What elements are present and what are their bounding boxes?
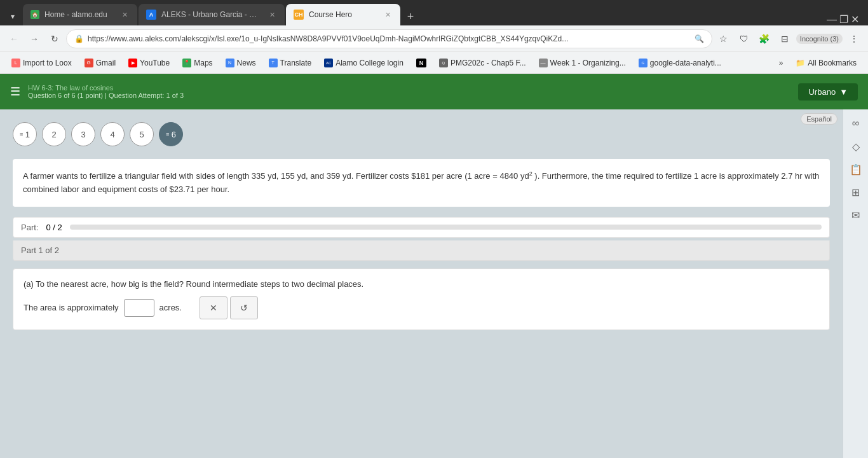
refresh-button[interactable]: ↺ bbox=[230, 296, 258, 319]
extensions-button[interactable]: 🧩 bbox=[756, 30, 773, 48]
aleks-content: ≡ 1 2 3 4 5 ≡ 6 A farmer wants to fertil… bbox=[0, 109, 868, 458]
question-nav-3[interactable]: 3 bbox=[71, 122, 95, 146]
part-label: Part: bbox=[21, 223, 38, 232]
bookmark-label-week: Week 1 - Organizing... bbox=[550, 59, 626, 67]
bookmark-news[interactable]: N News bbox=[220, 56, 261, 70]
question-nav: ≡ 1 2 3 4 5 ≡ 6 bbox=[13, 122, 830, 146]
part-progress: Part: 0 / 2 bbox=[13, 217, 830, 238]
bookmark-favicon-translate: T bbox=[269, 59, 278, 67]
aleks-user-label: Urbano bbox=[808, 87, 836, 97]
aleks-app: ☰ HW 6-3: The law of cosines Question 6 … bbox=[0, 74, 868, 458]
bookmark-favicon-week: — bbox=[539, 59, 548, 67]
bookmarks-folder-label: All Bookmarks bbox=[808, 59, 857, 67]
question-nav-1[interactable]: ≡ 1 bbox=[13, 122, 37, 146]
bookmark-week[interactable]: — Week 1 - Organizing... bbox=[534, 56, 631, 70]
tab-title-home: Home - alamo.edu bbox=[44, 10, 114, 19]
tab-home[interactable]: 🏠 Home - alamo.edu ✕ bbox=[23, 4, 137, 25]
answer-row: The area is approximately acres. ✕ ↺ bbox=[24, 296, 819, 319]
aleks-hw-title: HW 6-3: The law of cosines bbox=[28, 84, 798, 92]
bookmark-favicon-news: N bbox=[226, 59, 234, 67]
bookmark-label-translate: Translate bbox=[280, 59, 312, 67]
tab-bar: ▾ 🏠 Home - alamo.edu ✕ A ALEKS - Urbano … bbox=[0, 0, 868, 25]
espanol-button[interactable]: Español bbox=[801, 113, 837, 125]
answer-section: (a) To the nearest acre, how big is the … bbox=[13, 268, 830, 330]
bookmark-label-maps: Maps bbox=[194, 59, 212, 67]
sidebar-clipboard-button[interactable]: 📋 bbox=[847, 160, 865, 178]
tab-close-home[interactable]: ✕ bbox=[119, 10, 130, 20]
tab-favicon-ch: CH bbox=[294, 10, 304, 20]
bookmark-label-google-data: google-data-analyti... bbox=[650, 59, 721, 67]
tab-list-button[interactable]: ▾ bbox=[4, 8, 22, 25]
new-tab-button[interactable]: + bbox=[402, 8, 419, 25]
back-button[interactable]: ← bbox=[5, 30, 23, 48]
minimize-button[interactable]: — bbox=[827, 14, 837, 25]
tab-close-ch[interactable]: ✕ bbox=[383, 10, 393, 20]
more-menu-button[interactable]: ⋮ bbox=[845, 30, 863, 48]
bookmark-favicon-n: N bbox=[416, 59, 426, 67]
url-text: https://www.awu.aleks.com/alekscgi/x/Isl… bbox=[88, 34, 691, 43]
bookmark-maps[interactable]: 📍 Maps bbox=[177, 56, 217, 70]
aleks-user-button[interactable]: Urbano ▼ bbox=[798, 83, 858, 101]
bookmark-pmg[interactable]: Q PMG202c - Chap5 F... bbox=[434, 56, 531, 70]
incognito-badge: Incognito (3) bbox=[796, 34, 843, 44]
bookmark-favicon-youtube: ▶ bbox=[128, 59, 137, 67]
sidebar-diamond-button[interactable]: ◇ bbox=[847, 137, 865, 155]
nav-right: ☆ 🛡 🧩 ⊟ Incognito (3) ⋮ bbox=[715, 30, 863, 48]
sidebar-calculator-button[interactable]: ⊞ bbox=[847, 183, 865, 201]
bookmark-label-gmail: Gmail bbox=[96, 59, 116, 67]
aleks-menu-button[interactable]: ☰ bbox=[10, 85, 20, 99]
answer-suffix: acres. bbox=[159, 303, 182, 312]
aleks-sidebar: ∞ ◇ 📋 ⊞ ✉ bbox=[843, 109, 868, 458]
question-part-a: (a) To the nearest acre, how big is the … bbox=[24, 279, 819, 289]
address-bar[interactable]: 🔒 https://www.awu.aleks.com/alekscgi/x/I… bbox=[66, 29, 712, 48]
shield-button[interactable]: 🛡 bbox=[735, 30, 753, 48]
bookmark-label-loox: Import to Loox bbox=[23, 59, 72, 67]
answer-input[interactable] bbox=[124, 299, 154, 317]
question-nav-4[interactable]: 4 bbox=[100, 122, 125, 146]
bookmark-star-button[interactable]: ☆ bbox=[715, 30, 733, 48]
bookmark-favicon-gmail: G bbox=[85, 59, 93, 67]
bookmark-n[interactable]: N bbox=[411, 56, 431, 70]
search-icon: 🔍 bbox=[695, 34, 704, 43]
forward-button[interactable]: → bbox=[25, 30, 43, 48]
reload-button[interactable]: ↻ bbox=[46, 30, 64, 48]
bookmark-label-news: News bbox=[237, 59, 256, 67]
question-nav-6[interactable]: ≡ 6 bbox=[159, 122, 183, 146]
bookmark-gmail[interactable]: G Gmail bbox=[79, 56, 121, 70]
question-body: A farmer wants to fertilize a triangular… bbox=[23, 171, 819, 194]
bookmark-loox[interactable]: L Import to Loox bbox=[6, 56, 77, 70]
restore-button[interactable]: ❐ bbox=[839, 13, 848, 25]
close-window-button[interactable]: ✕ bbox=[851, 13, 859, 25]
sidebar-infinity-button[interactable]: ∞ bbox=[847, 114, 865, 132]
tab-title-ch: Course Hero bbox=[309, 10, 377, 19]
tab-coursehero[interactable]: CH Course Hero ✕ bbox=[286, 4, 400, 25]
bookmark-label-pmg: PMG202c - Chap5 F... bbox=[451, 59, 526, 67]
clear-button[interactable]: ✕ bbox=[200, 296, 227, 319]
part-section: Part 1 of 2 bbox=[13, 240, 830, 261]
sidebar-toggle-button[interactable]: ⊟ bbox=[776, 30, 794, 48]
tab-close-aleks[interactable]: ✕ bbox=[267, 10, 277, 20]
bookmark-alamo[interactable]: AC Alamo College login bbox=[319, 56, 409, 70]
bookmark-translate[interactable]: T Translate bbox=[264, 56, 317, 70]
q-nav-icon-6: ≡ bbox=[166, 131, 169, 137]
aleks-user-chevron: ▼ bbox=[839, 87, 848, 97]
bookmark-favicon-alamo: AC bbox=[324, 59, 333, 67]
tab-favicon-home: 🏠 bbox=[31, 10, 39, 19]
bookmark-favicon-google-data: G bbox=[639, 59, 648, 67]
bookmark-favicon-maps: 📍 bbox=[182, 59, 191, 67]
question-nav-2[interactable]: 2 bbox=[42, 122, 66, 146]
aleks-header: ☰ HW 6-3: The law of cosines Question 6 … bbox=[0, 74, 868, 109]
tab-aleks[interactable]: A ALEKS - Urbano Garcia - HW 6-... ✕ bbox=[139, 4, 285, 25]
all-bookmarks-folder[interactable]: 📁 All Bookmarks bbox=[790, 56, 862, 70]
question-nav-5[interactable]: 5 bbox=[130, 122, 154, 146]
bookmark-youtube[interactable]: ▶ YouTube bbox=[123, 56, 175, 70]
bookmarks-folder-icon: 📁 bbox=[796, 59, 805, 67]
answer-actions: ✕ ↺ bbox=[200, 296, 258, 319]
bookmark-label-alamo: Alamo College login bbox=[336, 59, 403, 67]
bookmark-google-data[interactable]: G google-data-analyti... bbox=[634, 56, 726, 70]
more-bookmarks-button[interactable]: » bbox=[774, 56, 789, 70]
progress-bar bbox=[70, 225, 822, 230]
tab-favicon-aleks: A bbox=[146, 10, 156, 20]
tab-title-aleks: ALEKS - Urbano Garcia - HW 6-... bbox=[161, 10, 262, 19]
sidebar-mail-button[interactable]: ✉ bbox=[847, 206, 865, 224]
